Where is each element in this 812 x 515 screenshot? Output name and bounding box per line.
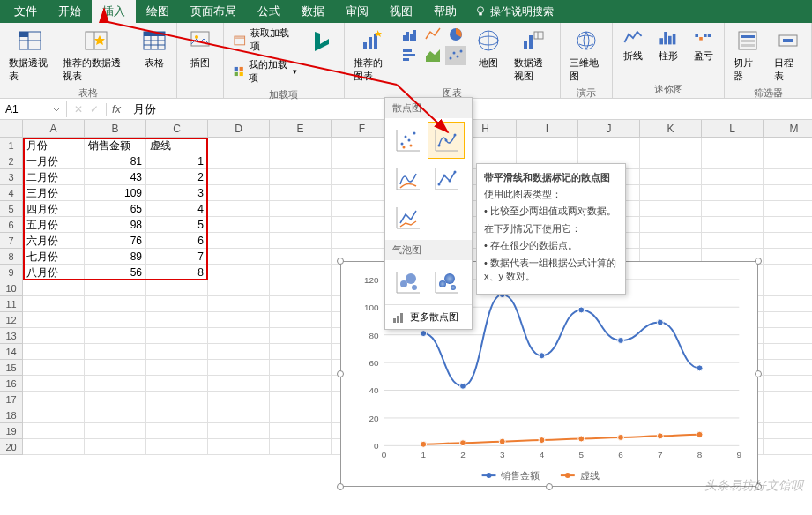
recommended-pivot-button[interactable]: 推荐的数据透视表 <box>59 25 132 85</box>
cell[interactable] <box>702 217 764 233</box>
cell[interactable] <box>578 138 640 153</box>
cell[interactable] <box>23 439 85 455</box>
cell[interactable] <box>764 153 812 169</box>
scatter-chart-button[interactable] <box>445 46 466 65</box>
cell[interactable] <box>208 392 270 407</box>
cell[interactable]: 7 <box>146 249 208 265</box>
cell[interactable] <box>764 376 812 392</box>
cell[interactable] <box>270 360 332 376</box>
area-chart-button[interactable] <box>422 46 443 65</box>
row-header[interactable]: 15 <box>0 360 23 376</box>
row-header[interactable]: 17 <box>0 392 23 407</box>
cell[interactable] <box>702 153 764 169</box>
cell[interactable] <box>146 328 208 344</box>
resize-handle[interactable] <box>546 483 553 490</box>
row-header[interactable]: 19 <box>0 423 23 439</box>
cell[interactable] <box>517 138 578 153</box>
cell[interactable] <box>146 439 208 455</box>
cell[interactable]: 6 <box>146 233 208 249</box>
tab-formula[interactable]: 公式 <box>247 0 291 23</box>
scatter-lines-markers-option[interactable] <box>428 160 465 198</box>
cell[interactable] <box>270 439 332 455</box>
cell[interactable]: 43 <box>85 169 146 185</box>
cell[interactable] <box>208 265 270 280</box>
column-header[interactable]: I <box>517 120 578 138</box>
tab-review[interactable]: 审阅 <box>335 0 379 23</box>
scatter-smooth-markers-option[interactable] <box>428 122 465 159</box>
cell[interactable] <box>23 280 85 296</box>
cell[interactable] <box>23 407 85 423</box>
sparkline-winloss-button[interactable]: 盈亏 <box>689 25 719 64</box>
resize-handle[interactable] <box>755 370 762 377</box>
cell[interactable]: 4 <box>146 201 208 217</box>
cell[interactable] <box>640 217 702 233</box>
cancel-icon[interactable]: ✕ <box>74 103 83 116</box>
cell[interactable] <box>270 249 332 265</box>
line-chart-button[interactable] <box>422 25 443 44</box>
tab-layout[interactable]: 页面布局 <box>180 0 247 23</box>
cell[interactable] <box>23 344 85 360</box>
cell[interactable] <box>640 233 702 249</box>
cell[interactable] <box>208 233 270 249</box>
bar-chart-button[interactable] <box>399 46 421 65</box>
column-header[interactable]: J <box>578 120 640 138</box>
scatter-lines-option[interactable] <box>389 199 426 236</box>
cell[interactable]: 七月份 <box>23 249 85 265</box>
cell[interactable] <box>764 439 812 455</box>
cell[interactable] <box>702 185 764 201</box>
cell[interactable]: 月份 <box>23 138 85 153</box>
cell[interactable] <box>270 328 332 344</box>
cell[interactable] <box>208 328 270 344</box>
cell[interactable] <box>764 392 812 407</box>
row-header[interactable]: 8 <box>0 249 23 265</box>
cell[interactable]: 5 <box>146 217 208 233</box>
column-header[interactable]: E <box>270 120 332 138</box>
row-headers[interactable]: 1234567891011121314151617181920 <box>0 138 23 455</box>
timeline-button[interactable]: 日程表 <box>771 25 806 85</box>
cell[interactable] <box>764 280 812 296</box>
cell[interactable] <box>208 423 270 439</box>
recommended-charts-button[interactable]: 推荐的图表 <box>350 25 394 85</box>
cell[interactable] <box>640 169 702 185</box>
scatter-plain-option[interactable] <box>389 122 426 159</box>
cell[interactable] <box>270 233 332 249</box>
sparkline-line-button[interactable]: 折线 <box>618 25 648 64</box>
cell[interactable] <box>23 423 85 439</box>
cell[interactable] <box>764 265 812 280</box>
cell[interactable]: 三月份 <box>23 185 85 201</box>
tab-help[interactable]: 帮助 <box>423 0 467 23</box>
column-header[interactable]: M <box>764 120 812 138</box>
cell[interactable] <box>640 185 702 201</box>
cell[interactable]: 1 <box>146 153 208 169</box>
cell[interactable]: 89 <box>85 249 146 265</box>
cell[interactable]: 八月份 <box>23 265 85 280</box>
cell[interactable] <box>146 280 208 296</box>
cell[interactable] <box>764 233 812 249</box>
cell[interactable] <box>146 376 208 392</box>
tab-insert[interactable]: 插入 <box>92 0 136 23</box>
cell[interactable] <box>764 423 812 439</box>
cell[interactable] <box>270 138 332 153</box>
cell[interactable] <box>764 217 812 233</box>
3d-map-button[interactable]: 三维地图 <box>566 25 607 85</box>
row-header[interactable]: 6 <box>0 217 23 233</box>
cell[interactable] <box>208 312 270 328</box>
row-header[interactable]: 9 <box>0 265 23 280</box>
cell[interactable]: 销售金额 <box>85 138 146 153</box>
cell[interactable] <box>270 265 332 280</box>
cell[interactable] <box>270 169 332 185</box>
cell[interactable]: 109 <box>85 185 146 201</box>
cell[interactable] <box>85 392 146 407</box>
cell[interactable] <box>208 296 270 312</box>
cell[interactable] <box>146 407 208 423</box>
cell[interactable]: 二月份 <box>23 169 85 185</box>
cell[interactable] <box>764 344 812 360</box>
cell[interactable] <box>702 138 764 153</box>
cell[interactable] <box>85 328 146 344</box>
cell[interactable] <box>146 423 208 439</box>
cell[interactable] <box>23 328 85 344</box>
cell[interactable] <box>270 201 332 217</box>
column-header[interactable]: D <box>208 120 270 138</box>
cell[interactable] <box>208 360 270 376</box>
cell[interactable] <box>85 344 146 360</box>
